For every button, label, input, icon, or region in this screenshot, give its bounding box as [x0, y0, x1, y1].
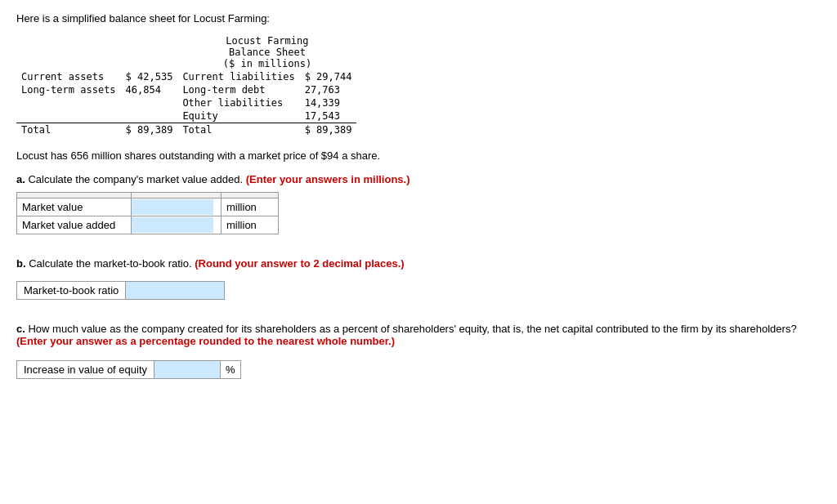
section-b-emphasis: (Round your answer to 2 decimal places.) — [192, 257, 405, 270]
section-c-letter: c. — [16, 323, 25, 335]
bs-row-3-right-value: 14,339 — [300, 96, 357, 109]
bs-row-3-right-label: Other liabilities — [177, 96, 299, 109]
section-a-emphasis: (Enter your answers in millions.) — [243, 173, 410, 185]
market-value-added-row: Market value added million — [17, 216, 279, 234]
bs-row-4-right-label: Equity — [177, 109, 299, 123]
section-b-letter: b. — [16, 257, 26, 270]
bs-row-1-left-label: Current assets — [16, 70, 121, 83]
bs-row-3-left-label — [16, 96, 121, 109]
section-c-label: c. How much value as the company created… — [16, 323, 821, 347]
bs-row-4-right-value: 17,543 — [300, 109, 357, 123]
bs-row-1-left-value: $ 42,535 — [121, 70, 178, 83]
section-c-emphasis: (Enter your answer as a percentage round… — [16, 335, 395, 347]
market-value-added-label: Market value added — [17, 216, 132, 234]
section-c-text: How much value as the company created fo… — [25, 323, 797, 335]
shares-text: Locust has 656 million shares outstandin… — [16, 149, 821, 162]
market-value-unit: million — [222, 198, 279, 216]
bs-total-right-label: Total — [177, 123, 299, 137]
bs-row-4-left-value — [121, 109, 178, 123]
market-book-input[interactable] — [126, 282, 224, 299]
balance-sheet: Locust Farming Balance Sheet ($ in milli… — [16, 34, 821, 136]
section-a-label: a. Calculate the company's market value … — [16, 173, 821, 185]
section-a-text: Calculate the company's market value add… — [25, 173, 243, 185]
bs-total-left-label: Total — [16, 123, 121, 137]
bs-row-2-right-label: Long-term debt — [177, 83, 299, 96]
market-book-row: Market-to-book ratio — [16, 281, 225, 300]
bs-row-3-left-value — [121, 96, 178, 109]
header-row — [17, 193, 279, 198]
bs-total-left-value: $ 89,389 — [121, 123, 178, 137]
bs-title-line2: Balance Sheet — [229, 47, 306, 58]
market-value-row: Market value million — [17, 198, 279, 216]
bs-title-line1: Locust Farming — [226, 35, 308, 47]
market-book-container: Market-to-book ratio — [16, 281, 821, 300]
intro-text: Here is a simplified balance sheet for L… — [16, 12, 821, 25]
bs-row-1-right-value: $ 29,744 — [300, 70, 357, 83]
equity-label: Increase in value of equity — [17, 361, 154, 378]
section-a-table: Market value million Market value added … — [16, 192, 279, 234]
bs-row-4-left-label — [16, 109, 121, 123]
bs-row-2-right-value: 27,763 — [300, 83, 357, 96]
equity-row-container: Increase in value of equity % — [16, 354, 821, 379]
bs-title-line3: ($ in millions) — [223, 58, 311, 69]
market-value-label: Market value — [17, 198, 132, 216]
market-book-label: Market-to-book ratio — [17, 282, 126, 299]
market-value-input[interactable] — [132, 199, 213, 215]
market-value-added-input[interactable] — [132, 217, 213, 233]
section-a-letter: a. — [16, 173, 25, 185]
bs-row-2-left-value: 46,854 — [121, 83, 178, 96]
equity-row: Increase in value of equity % — [16, 360, 241, 379]
market-value-added-unit: million — [222, 216, 279, 234]
bs-row-1-right-label: Current liabilities — [177, 70, 299, 83]
equity-input[interactable] — [154, 361, 220, 378]
bs-total-right-value: $ 89,389 — [300, 123, 357, 137]
section-b-text: Calculate the market-to-book ratio. — [26, 257, 192, 270]
bs-row-2-left-label: Long-term assets — [16, 83, 121, 96]
equity-percent-sign: % — [220, 361, 240, 378]
section-b-label: b. Calculate the market-to-book ratio. (… — [16, 257, 821, 270]
